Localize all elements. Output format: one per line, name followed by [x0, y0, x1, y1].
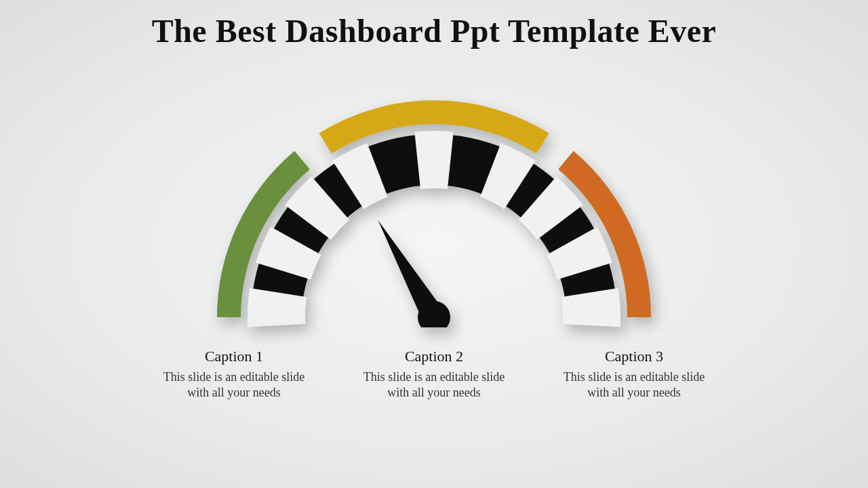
caption-3-body: This slide is an editable slide with all…	[556, 369, 712, 400]
caption-1: Caption 1 This slide is an editable slid…	[156, 348, 312, 400]
caption-1-body: This slide is an editable slide with all…	[156, 369, 312, 400]
gauge-tick-5	[414, 131, 453, 189]
captions-row: Caption 1 This slide is an editable slid…	[156, 348, 712, 400]
caption-3-title: Caption 3	[556, 348, 712, 365]
caption-2-title: Caption 2	[356, 348, 512, 365]
gauge-speedometer	[203, 77, 665, 327]
slide-title: The Best Dashboard Ppt Template Ever	[0, 0, 868, 49]
caption-2-body: This slide is an editable slide with all…	[356, 369, 512, 400]
caption-3: Caption 3 This slide is an editable slid…	[556, 348, 712, 400]
caption-1-title: Caption 1	[156, 348, 312, 365]
caption-2: Caption 2 This slide is an editable slid…	[356, 348, 512, 400]
